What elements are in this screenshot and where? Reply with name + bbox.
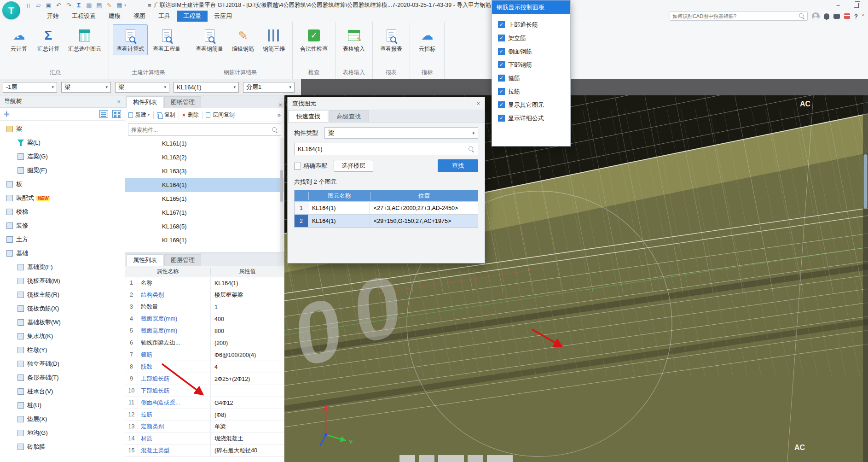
checkbox-checked[interactable]: ✓ bbox=[498, 101, 505, 108]
list-item[interactable]: KL162(2) bbox=[125, 151, 284, 164]
property-name[interactable]: 混凝土类型 bbox=[138, 445, 211, 456]
view-quantity-button[interactable]: 查看工程量 bbox=[149, 24, 184, 55]
table-row[interactable]: 10 下部通长筋 bbox=[125, 385, 284, 397]
tree-item[interactable]: 砖胎膜 bbox=[0, 440, 125, 454]
quick-access-icon[interactable]: ↶ bbox=[54, 1, 63, 9]
property-value[interactable]: 单梁 bbox=[211, 423, 284, 431]
search-icon[interactable] bbox=[468, 146, 475, 152]
floor-copy-button[interactable]: 层间复制 bbox=[213, 111, 235, 119]
tree-item[interactable]: 筏板基础(M) bbox=[0, 274, 125, 288]
property-name[interactable]: 侧面构造或受... bbox=[138, 397, 211, 409]
property-value[interactable]: 800 bbox=[211, 328, 284, 334]
menu-icon[interactable]: ≡ bbox=[148, 2, 151, 9]
property-name[interactable]: 轴线距梁左边... bbox=[138, 337, 211, 349]
card-view-icon[interactable] bbox=[112, 110, 121, 118]
property-value[interactable]: (Φ8) bbox=[211, 412, 284, 418]
component-search-box[interactable] bbox=[128, 123, 281, 136]
ribbon-tab[interactable]: 工具 bbox=[152, 11, 177, 22]
tree-item[interactable]: 基础板带(W) bbox=[0, 316, 125, 329]
table-row[interactable]: 15 混凝土类型 (碎石最大粒径40 bbox=[125, 445, 284, 457]
list-item[interactable]: KL165(1) bbox=[125, 192, 284, 206]
tree-item[interactable]: 独立基础(D) bbox=[0, 357, 125, 371]
quick-access-icon[interactable]: ▥ bbox=[85, 1, 93, 9]
checkbox-checked[interactable]: ✓ bbox=[498, 61, 505, 68]
cloud-index-button[interactable]: ☁ 云指标 bbox=[414, 24, 440, 55]
property-value[interactable]: Φ6@100/200(4) bbox=[211, 352, 284, 358]
bell-icon[interactable] bbox=[824, 13, 829, 19]
dialog-tab[interactable]: 快速查找 bbox=[289, 110, 328, 122]
quick-access-caret-icon[interactable]: ▾ bbox=[124, 3, 126, 7]
table-row[interactable]: 6 轴线距梁左边... (200) bbox=[125, 337, 284, 349]
chevron-down-icon[interactable]: ▾ bbox=[148, 113, 150, 117]
table-row[interactable]: 2 结构类别 楼层框架梁 bbox=[125, 289, 284, 301]
checkbox-checked[interactable]: ✓ bbox=[498, 48, 505, 55]
property-value[interactable]: (碎石最大粒径40 bbox=[211, 447, 284, 455]
ribbon-tab[interactable]: 云应用 bbox=[208, 11, 238, 22]
panel-tab[interactable]: 构件列表 bbox=[127, 96, 163, 108]
scrollbar-thumb[interactable] bbox=[864, 154, 868, 209]
cloud-calculate-button[interactable]: ☁Σ 云计算 bbox=[6, 24, 32, 55]
tree-item[interactable]: 桩(U) bbox=[0, 398, 125, 412]
property-value[interactable]: 4 bbox=[211, 364, 284, 370]
tree-item[interactable]: 桩承台(V) bbox=[0, 385, 125, 398]
rebar-option-row[interactable]: ✓ 显示详细公式 bbox=[498, 111, 570, 125]
checkbox-checked[interactable]: ✓ bbox=[498, 21, 505, 28]
quick-access-icon[interactable]: ▯ bbox=[24, 1, 33, 9]
list-item[interactable]: KL164(1) bbox=[125, 178, 284, 192]
summary-calculate-button[interactable]: Σ 汇总计算 bbox=[34, 24, 63, 55]
view-calculation-button[interactable]: 查看计算式 bbox=[113, 24, 148, 55]
rebar-option-row[interactable]: ✓ 侧面钢筋 bbox=[498, 45, 570, 58]
panel-tab[interactable]: 图层管理 bbox=[164, 254, 201, 266]
property-name[interactable]: 结构类别 bbox=[138, 289, 211, 301]
property-value[interactable]: 400 bbox=[211, 316, 284, 322]
tree-item[interactable]: 条形基础(T) bbox=[0, 371, 125, 385]
property-value[interactable]: 1 bbox=[211, 304, 284, 310]
property-name[interactable]: 名称 bbox=[138, 277, 211, 289]
view-report-button[interactable]: 查看报表 bbox=[376, 24, 406, 55]
ribbon-tab[interactable]: 工程设置 bbox=[65, 11, 102, 22]
property-name[interactable]: 跨数量 bbox=[138, 301, 211, 313]
quick-access-icon[interactable]: ▱ bbox=[34, 1, 43, 9]
list-item[interactable]: KL169(1) bbox=[125, 234, 284, 247]
quick-access-icon[interactable]: ▦ bbox=[115, 1, 124, 9]
property-name[interactable]: 箍筋 bbox=[138, 349, 211, 361]
tree-item[interactable]: 装修 bbox=[0, 219, 125, 233]
table-row[interactable]: 5 截面高度(mm) 800 bbox=[125, 325, 284, 337]
ribbon-tab[interactable]: 建模 bbox=[102, 11, 127, 22]
property-value[interactable]: G4Φ12 bbox=[211, 400, 284, 406]
select-floor-button[interactable]: 选择楼层 bbox=[334, 160, 373, 172]
property-name[interactable]: 拉筋 bbox=[138, 409, 211, 421]
tree-item[interactable]: 垫层(X) bbox=[0, 412, 125, 426]
property-value[interactable]: 2Φ25+(2Φ12) bbox=[211, 376, 284, 382]
help-search-input[interactable] bbox=[672, 13, 799, 19]
property-name[interactable]: 截面高度(mm) bbox=[138, 325, 211, 337]
rebar-3d-button[interactable]: 钢筋三维 bbox=[259, 24, 289, 55]
quick-access-icon[interactable]: ▣ bbox=[44, 1, 53, 9]
checkbox-checked[interactable]: ✓ bbox=[498, 88, 505, 95]
tree-item[interactable]: 柱墩(Y) bbox=[0, 343, 125, 357]
tree-item[interactable]: 筏板主筋(R) bbox=[0, 288, 125, 302]
exact-match-checkbox[interactable] bbox=[294, 163, 301, 170]
tree-item[interactable]: 基础梁(F) bbox=[0, 260, 125, 274]
tree-item[interactable]: 梁 bbox=[0, 122, 125, 136]
panel-tab[interactable]: 图纸管理 bbox=[164, 96, 201, 108]
more-icon[interactable]: » bbox=[278, 111, 281, 118]
table-row[interactable]: 2 KL164(1) <29+150,G-150;27,AC+1975> bbox=[295, 214, 478, 227]
level-select[interactable]: 分层1 ▾ bbox=[243, 82, 295, 93]
table-row[interactable]: 9 上部通长筋 2Φ25+(2Φ12) bbox=[125, 373, 284, 385]
tree-item[interactable]: 装配式 NEW bbox=[0, 191, 125, 205]
list-item[interactable]: KL168(5) bbox=[125, 220, 284, 234]
find-search-box[interactable] bbox=[294, 143, 478, 155]
property-name[interactable]: 截面宽度(mm) bbox=[138, 313, 211, 325]
list-item[interactable]: KL163(3) bbox=[125, 164, 284, 178]
quick-access-icon[interactable]: ▤ bbox=[95, 1, 104, 9]
close-icon[interactable]: × bbox=[117, 99, 121, 105]
property-name[interactable]: 定额类别 bbox=[138, 421, 211, 433]
close-icon[interactable]: × bbox=[476, 100, 480, 106]
minimize-button[interactable]: − bbox=[836, 3, 840, 7]
table-row[interactable]: 11 侧面构造或受... G4Φ12 bbox=[125, 397, 284, 409]
tree-item[interactable]: 地沟(G) bbox=[0, 426, 125, 440]
list-item[interactable]: KL167(1) bbox=[125, 206, 284, 220]
find-button[interactable]: 查找 bbox=[438, 159, 478, 172]
legality-check-button[interactable]: ✓ 合法性检查 bbox=[296, 24, 331, 55]
